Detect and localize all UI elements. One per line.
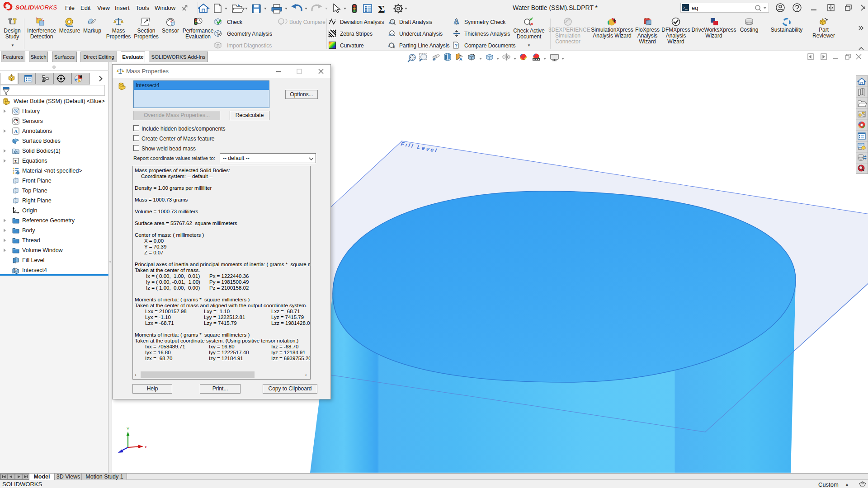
svg-text:x: x	[145, 445, 147, 449]
svg-text:Σ: Σ	[378, 3, 385, 14]
svg-text:?: ?	[455, 43, 458, 48]
svg-text:A: A	[14, 128, 18, 134]
svg-text:Σ: Σ	[14, 159, 18, 164]
svg-text:A: A	[459, 57, 462, 61]
svg-text:Y: Y	[127, 427, 129, 431]
svg-text:SOLIDWORKS: SOLIDWORKS	[15, 4, 57, 11]
